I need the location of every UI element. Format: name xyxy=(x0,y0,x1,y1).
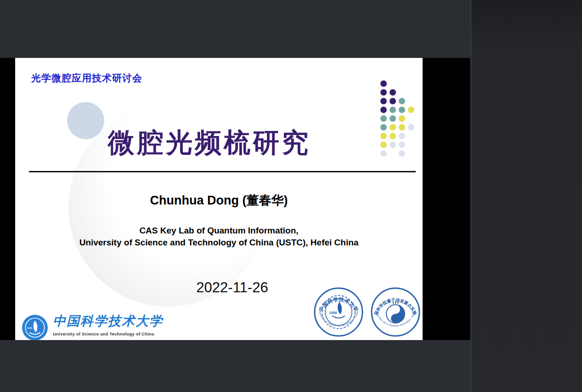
conference-name: 光学微腔应用技术研讨会 xyxy=(31,72,142,85)
affiliation-line2: University of Science and Technology of … xyxy=(15,237,423,249)
ustc-seal-icon: 中国科学技术大学 University of Science and Techn… xyxy=(314,287,363,337)
ustc-name-cn: 中国科学技术大学 xyxy=(53,312,163,330)
meeting-window: 光学微腔应用技术研讨会 微腔光频梳研究 Chunhua Dong (董春华) C… xyxy=(0,0,582,392)
seal-year: 1958 xyxy=(329,311,337,315)
letterbox-right xyxy=(423,58,470,340)
ustc-name-en: University of Science and Technology of … xyxy=(53,331,163,336)
quantum-lab-seal-icon: 中国科学院量子信息重点实验室 CAS Key Lab of Quantum In… xyxy=(371,287,420,337)
affiliation: CAS Key Lab of Quantum Information, Univ… xyxy=(15,225,423,249)
svg-text:1958: 1958 xyxy=(27,327,32,330)
author-name: Chunhua Dong (董春华) xyxy=(15,192,423,209)
ustc-logo: 1958 中国科学技术大学 University of Science and … xyxy=(22,312,163,340)
title-underline xyxy=(29,171,416,172)
letterbox-left xyxy=(0,58,15,340)
affiliation-line1: CAS Key Lab of Quantum Information, xyxy=(15,225,423,237)
shared-screen-stage: 光学微腔应用技术研讨会 微腔光频梳研究 Chunhua Dong (董春华) C… xyxy=(0,0,470,392)
slide-title: 微腔光频梳研究 xyxy=(15,125,423,161)
ustc-emblem-icon: 1958 xyxy=(22,314,48,340)
participants-sidebar: 董春华 xyxy=(470,0,582,392)
presentation-slide: 光学微腔应用技术研讨会 微腔光频梳研究 Chunhua Dong (董春华) C… xyxy=(15,58,423,340)
